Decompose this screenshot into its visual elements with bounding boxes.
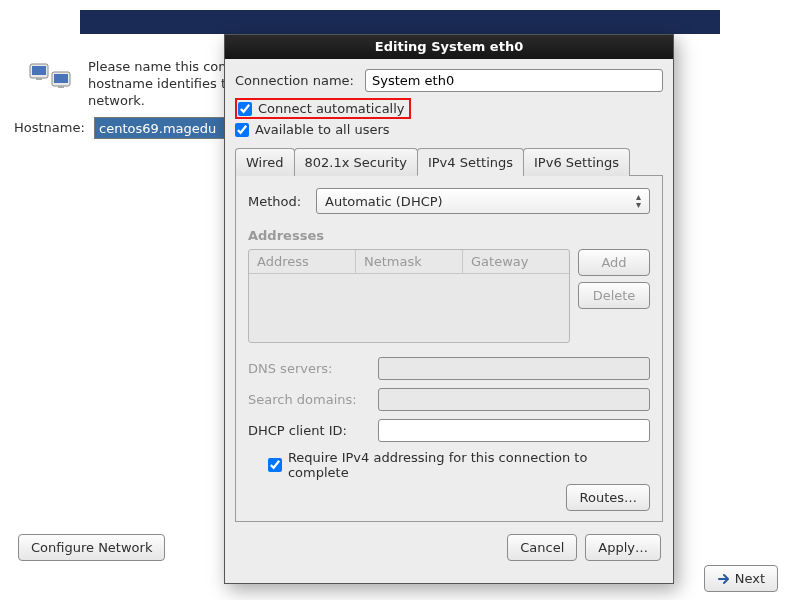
add-address-button: Add bbox=[578, 249, 650, 276]
dhcp-client-id-input[interactable] bbox=[378, 419, 650, 442]
available-all-users-label: Available to all users bbox=[255, 122, 390, 137]
svg-rect-4 bbox=[54, 74, 68, 83]
edit-connection-dialog: Editing System eth0 Connection name: Con… bbox=[224, 34, 674, 584]
tab-ipv4-settings[interactable]: IPv4 Settings bbox=[417, 148, 524, 176]
tab-ipv6-settings[interactable]: IPv6 Settings bbox=[523, 148, 630, 176]
network-computers-icon bbox=[28, 60, 74, 99]
apply-button[interactable]: Apply… bbox=[585, 534, 661, 561]
tab-wired[interactable]: Wired bbox=[235, 148, 295, 176]
svg-rect-5 bbox=[58, 86, 64, 88]
col-gateway: Gateway bbox=[463, 250, 569, 273]
combobox-arrows-icon: ▴▾ bbox=[636, 193, 641, 209]
method-combobox[interactable]: Automatic (DHCP) ▴▾ bbox=[316, 188, 650, 214]
tab-8021x-security[interactable]: 802.1x Security bbox=[294, 148, 418, 176]
hostname-help-text: Please name this com hostname identifies… bbox=[88, 58, 231, 109]
settings-tabs: Wired 802.1x Security IPv4 Settings IPv6… bbox=[235, 147, 663, 176]
col-address: Address bbox=[249, 250, 356, 273]
svg-rect-2 bbox=[36, 78, 42, 80]
hostname-input[interactable] bbox=[94, 117, 228, 139]
connect-automatically-label: Connect automatically bbox=[258, 101, 405, 116]
next-button-label: Next bbox=[735, 571, 765, 586]
connection-name-label: Connection name: bbox=[235, 73, 365, 88]
connection-name-input[interactable] bbox=[365, 69, 663, 92]
svg-rect-1 bbox=[32, 66, 46, 75]
cancel-button[interactable]: Cancel bbox=[507, 534, 577, 561]
dhcp-client-id-label: DHCP client ID: bbox=[248, 423, 378, 438]
require-ipv4-checkbox[interactable] bbox=[268, 458, 282, 472]
connect-automatically-highlight: Connect automatically bbox=[235, 98, 411, 119]
dns-servers-input bbox=[378, 357, 650, 380]
require-ipv4-label: Require IPv4 addressing for this connect… bbox=[288, 450, 650, 480]
installer-header-bar bbox=[80, 10, 720, 34]
dialog-title: Editing System eth0 bbox=[225, 35, 673, 59]
ipv4-settings-pane: Method: Automatic (DHCP) ▴▾ Addresses Ad… bbox=[235, 176, 663, 522]
next-button[interactable]: Next bbox=[704, 565, 778, 592]
method-label: Method: bbox=[248, 194, 308, 209]
connect-automatically-checkbox[interactable] bbox=[238, 102, 252, 116]
search-domains-input bbox=[378, 388, 650, 411]
col-netmask: Netmask bbox=[356, 250, 463, 273]
method-value: Automatic (DHCP) bbox=[325, 194, 443, 209]
configure-network-button[interactable]: Configure Network bbox=[18, 534, 165, 561]
delete-address-button: Delete bbox=[578, 282, 650, 309]
addresses-heading: Addresses bbox=[248, 228, 650, 243]
arrow-right-icon bbox=[717, 572, 731, 586]
dns-servers-label: DNS servers: bbox=[248, 361, 378, 376]
available-all-users-checkbox[interactable] bbox=[235, 123, 249, 137]
search-domains-label: Search domains: bbox=[248, 392, 378, 407]
hostname-label: Hostname: bbox=[14, 120, 85, 135]
addresses-table: Address Netmask Gateway bbox=[248, 249, 570, 343]
routes-button[interactable]: Routes… bbox=[566, 484, 650, 511]
